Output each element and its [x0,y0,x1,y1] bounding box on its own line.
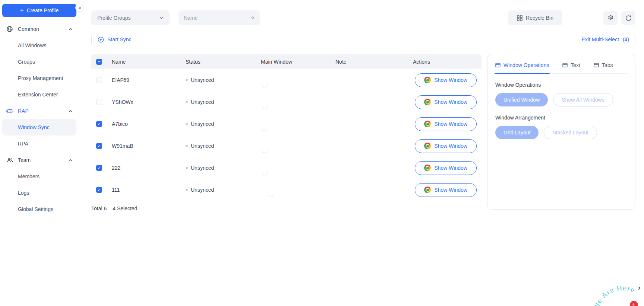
tab-window-operations[interactable]: Window Operations [495,62,549,73]
chrome-icon [424,143,431,149]
row-status-text: Unsynced [191,77,214,83]
table-row[interactable]: 111 Unsynced Show Window [91,179,482,201]
create-profile-button[interactable]: + Create Profile [2,4,76,17]
notification-badge [629,300,638,306]
table-row[interactable]: 222 Unsynced Show Window [91,157,482,179]
we-are-here-text: We Are Here [589,282,639,306]
sidebar-item-label: Groups [18,59,35,65]
team-icon [6,156,13,164]
button-label: Grid Layout [503,130,530,136]
sidebar-section-common[interactable]: Common [0,21,79,37]
refresh-icon [625,15,632,21]
row-checkbox[interactable] [96,77,102,83]
recycle-bin-button[interactable]: Recycle Bin [508,10,562,25]
edge-expand-chevron[interactable]: › [638,282,644,293]
row-checkbox[interactable] [96,143,102,149]
table-header-row: Name Status Main Window Note Actions [91,54,482,69]
show-window-button[interactable]: Show Window [415,183,477,197]
row-checkbox[interactable] [96,165,102,171]
show-window-label: Show Window [434,165,467,171]
row-name: EIAF69 [112,77,186,83]
recycle-bin-label: Recycle Bin [526,15,553,21]
tab-tabs[interactable]: Tabs [594,62,613,73]
sidebar-section-label: RAP [18,108,69,114]
sidebar-collapse-button[interactable]: ◀ [75,4,83,12]
sidebar-item-label: Logs [18,190,29,196]
row-checkbox[interactable] [96,121,102,127]
chrome-icon [424,99,431,105]
show-all-windows-button[interactable]: Show All Windows [553,93,613,106]
sidebar-item-logs[interactable]: Logs [0,185,79,201]
sidebar-item-label: Extension Center [18,92,58,98]
show-window-button[interactable]: Show Window [415,73,477,87]
status-dot-icon [186,189,188,191]
show-window-label: Show Window [434,99,467,105]
sidebar-item-label: All Windows [18,42,46,48]
sidebar-item-extension-center[interactable]: Extension Center [0,86,79,103]
sidebar-item-groups[interactable]: Groups [0,54,79,70]
start-sync-label: Start Sync [107,36,132,42]
total-count: Total 6 [91,205,107,211]
start-sync-button[interactable]: Start Sync [98,36,132,43]
row-name: W91maB [112,143,186,149]
grid-layout-button[interactable]: Grid Layout [495,126,539,139]
row-name: 111 [112,187,186,193]
refresh-button[interactable] [621,11,635,25]
sidebar-item-global-settings[interactable]: Global Settings [0,201,79,217]
name-search-box [179,10,260,25]
chevron-down-icon [159,16,164,20]
col-header-actions: Actions [413,59,477,65]
table-footer: Total 6 4 Selected [91,201,482,216]
sidebar-item-label: Window Sync [18,124,50,130]
section-title-window-arrangement: Window Arrangement [495,115,628,121]
sidebar-section-team[interactable]: Team [0,152,79,168]
sidebar-item-window-sync[interactable]: Window Sync [2,119,76,136]
row-checkbox[interactable] [96,187,102,193]
profile-groups-select[interactable]: Profile Groups [91,10,170,25]
main-area: Profile Groups Recycle Bin Start Sync Ex… [79,0,644,306]
exit-multi-select-button[interactable]: Exit Multi-Select(4) [582,36,629,42]
status-dot-icon [186,167,188,169]
gear-icon [607,15,614,21]
plus-icon: + [20,7,24,13]
row-name: A7bico [112,121,186,127]
show-window-button[interactable]: Show Window [415,139,477,153]
sidebar-section-rap[interactable]: RAP [0,103,79,119]
sync-bar: Start Sync Exit Multi-Select(4) [91,33,635,46]
status-dot-icon [186,101,188,103]
status-dot-icon [186,79,188,81]
sidebar-section-label: Team [18,157,69,163]
row-checkbox[interactable] [96,99,102,105]
status-dot-icon [186,123,188,125]
window-icon [495,63,501,68]
col-header-name: Name [112,59,186,65]
sidebar-item-label: Global Settings [18,206,53,212]
exit-multi-select-label: Exit Multi-Select [582,36,619,42]
sidebar-item-label: Members [18,173,40,179]
name-search-input[interactable] [184,15,251,21]
table-row[interactable]: YShOWx Unsynced Show Window [91,91,482,113]
we-are-here-badge[interactable]: We Are Here 1 [588,277,644,306]
stacked-layout-button[interactable]: Stacked Layout [544,126,597,139]
sidebar-item-members[interactable]: Members [0,168,79,185]
chrome-icon [424,77,431,83]
search-icon[interactable] [251,15,255,21]
sidebar-item-label: RPA [18,141,28,147]
sidebar-item-proxy-management[interactable]: Proxy Management [0,70,79,86]
table-row[interactable]: A7bico Unsynced Show Window [91,113,482,135]
show-window-button[interactable]: Show Window [415,117,477,131]
table-row[interactable]: EIAF69 Unsynced Show Window [91,69,482,91]
select-all-checkbox[interactable] [96,59,102,65]
panel-tabs: Window Operations Text Tabs [495,54,628,74]
sidebar-item-label: Proxy Management [18,75,63,81]
settings-button[interactable] [603,11,618,25]
unified-window-button[interactable]: Unified Window [495,93,548,106]
sidebar-item-all-windows[interactable]: All Windows [0,37,79,54]
table-row[interactable]: W91maB Unsynced Show Window [91,135,482,157]
tab-text[interactable]: Text [562,62,580,73]
show-window-button[interactable]: Show Window [415,161,477,175]
sidebar-item-rpa[interactable]: RPA [0,136,79,152]
show-window-label: Show Window [434,143,467,149]
chrome-icon [424,121,431,127]
show-window-button[interactable]: Show Window [415,95,477,109]
